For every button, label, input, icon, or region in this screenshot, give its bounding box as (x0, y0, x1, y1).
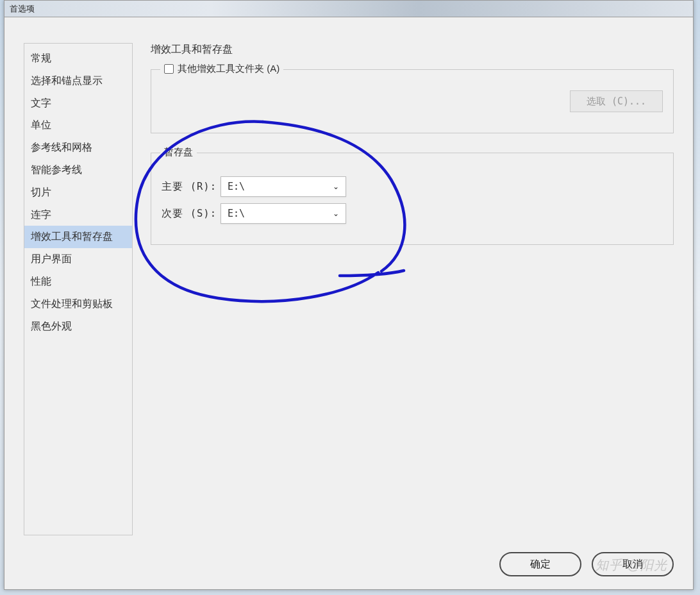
plugins-group-legend: 其他增效工具文件夹 (A) (160, 63, 283, 75)
page-title: 增效工具和暂存盘 (151, 43, 674, 56)
sidebar-item-guides-grid[interactable]: 参考线和网格 (24, 137, 132, 159)
sidebar-item-type[interactable]: 文字 (24, 92, 132, 115)
primary-label: 主要 (R): (162, 180, 221, 194)
secondary-label: 次要 (S): (162, 207, 221, 221)
dialog-footer: 确定 取消 (499, 552, 674, 576)
primary-row: 主要 (R): E:\ ⌄ (162, 176, 663, 197)
chevron-down-icon: ⌄ (333, 182, 339, 191)
additional-plugins-checkbox[interactable] (164, 64, 174, 74)
main-panel: 增效工具和暂存盘 其他增效工具文件夹 (A) 选取 (C)... 暂存盘 主要 … (133, 43, 674, 535)
chevron-down-icon: ⌄ (333, 209, 339, 218)
scratch-disk-legend: 暂存盘 (160, 146, 197, 158)
primary-scratch-value: E:\ (228, 181, 245, 192)
scratch-disk-group: 暂存盘 主要 (R): E:\ ⌄ 次要 (S): E:\ ⌄ (151, 153, 674, 245)
primary-scratch-select[interactable]: E:\ ⌄ (221, 176, 346, 197)
sidebar-item-hyphenation[interactable]: 连字 (24, 204, 132, 226)
plugins-group: 其他增效工具文件夹 (A) 选取 (C)... (151, 69, 674, 133)
sidebar-item-black-appearance[interactable]: 黑色外观 (24, 315, 132, 338)
sidebar-item-plugins-scratch[interactable]: 增效工具和暂存盘 (24, 226, 132, 248)
content-area: 常规 选择和锚点显示 文字 单位 参考线和网格 智能参考线 切片 连字 增效工具… (4, 17, 693, 542)
sidebar-item-units[interactable]: 单位 (24, 114, 132, 137)
preferences-window: 首选项 常规 选择和锚点显示 文字 单位 参考线和网格 智能参考线 切片 连字 … (4, 0, 694, 590)
window-title: 首选项 (10, 4, 35, 13)
secondary-scratch-value: E:\ (228, 208, 245, 219)
sidebar-item-smart-guides[interactable]: 智能参考线 (24, 159, 132, 181)
secondary-row: 次要 (S): E:\ ⌄ (162, 203, 663, 224)
titlebar[interactable]: 首选项 (4, 1, 693, 17)
choose-button: 选取 (C)... (570, 90, 663, 112)
sidebar-item-ui[interactable]: 用户界面 (24, 248, 132, 271)
cancel-button[interactable]: 取消 (592, 552, 674, 576)
additional-plugins-label: 其他增效工具文件夹 (A) (178, 63, 279, 75)
sidebar: 常规 选择和锚点显示 文字 单位 参考线和网格 智能参考线 切片 连字 增效工具… (24, 43, 133, 535)
sidebar-item-performance[interactable]: 性能 (24, 271, 132, 293)
sidebar-item-general[interactable]: 常规 (24, 47, 132, 70)
sidebar-item-selection-anchor[interactable]: 选择和锚点显示 (24, 70, 132, 92)
secondary-scratch-select[interactable]: E:\ ⌄ (221, 203, 346, 224)
ok-button[interactable]: 确定 (499, 552, 581, 576)
sidebar-item-slices[interactable]: 切片 (24, 181, 132, 204)
sidebar-item-file-clipboard[interactable]: 文件处理和剪贴板 (24, 293, 132, 315)
